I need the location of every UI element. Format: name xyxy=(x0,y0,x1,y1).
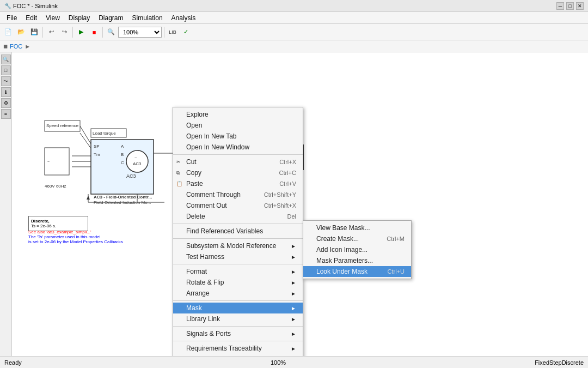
menu-simulation[interactable]: Simulation xyxy=(128,13,167,23)
toolbar: 📄 📂 💾 ↩ ↪ ▶ ■ 🔍 100% 75% 150% LIB ✓ xyxy=(0,24,588,40)
run-button[interactable]: ▶ xyxy=(75,26,87,38)
zoom-dropdown[interactable]: 100% 75% 150% xyxy=(118,27,162,38)
ctx-rotate[interactable]: Rotate & Flip ► xyxy=(173,277,303,288)
discrete-title: Discrete, xyxy=(31,219,85,224)
sidebar-settings-icon[interactable]: ⚙ xyxy=(1,98,11,108)
toolbar-sep-1 xyxy=(42,27,43,38)
ctx-find-vars[interactable]: Find Referenced Variables xyxy=(173,226,303,237)
ctx-test-harness-label: Test Harness xyxy=(186,253,224,261)
ctx-delete[interactable]: Delete Del xyxy=(173,211,303,222)
minimize-button[interactable]: ─ xyxy=(556,2,564,10)
main-area: 🔍 □ 〜 ℹ ⚙ ≡ Speed reference Load torque … xyxy=(0,52,588,356)
ctx-test-harness[interactable]: Test Harness ► xyxy=(173,251,303,262)
title-bar: 🔧 FOC * - Simulink ─ □ ✕ xyxy=(0,0,588,12)
submenu-view-base-mask[interactable]: View Base Mask... xyxy=(303,222,411,233)
ctx-comment-out[interactable]: Comment Out Ctrl+Shift+X xyxy=(173,200,303,211)
new-button[interactable]: 📄 xyxy=(2,26,14,38)
see-also-link[interactable]: See also 'ac3_example_simpli...' xyxy=(28,230,123,234)
ctx-open-tab[interactable]: Open In New Tab xyxy=(173,131,303,142)
check-button[interactable]: ✓ xyxy=(180,26,192,38)
ctx-cut-shortcut: Ctrl+X xyxy=(279,159,296,165)
open-button[interactable]: 📂 xyxy=(15,26,27,38)
submenu-create-mask[interactable]: Create Mask... Ctrl+M xyxy=(303,233,411,244)
redo-button[interactable]: ↪ xyxy=(58,26,70,38)
submenu-create-mask-label: Create Mask... xyxy=(316,235,359,243)
canvas-area[interactable]: Speed reference Load torque SP Tm A B C … xyxy=(12,52,588,356)
sidebar-list-icon[interactable]: ≡ xyxy=(1,109,11,119)
submenu-mask-params[interactable]: Mask Parameters... xyxy=(303,255,411,266)
breadcrumb-foc[interactable]: FOC xyxy=(10,43,22,50)
ctx-format[interactable]: Format ► xyxy=(173,266,303,277)
ctx-requirements-arrow: ► xyxy=(291,346,296,352)
ctx-signals-ports[interactable]: Signals & Ports ► xyxy=(173,328,303,339)
maximize-button[interactable]: □ xyxy=(566,2,574,10)
status-mode: FixedStepDiscrete xyxy=(535,359,584,366)
ctx-test-harness-arrow: ► xyxy=(291,254,296,260)
ctx-open[interactable]: Open xyxy=(173,120,303,131)
svg-text:AC3: AC3 xyxy=(126,173,136,179)
ctx-open-tab-label: Open In New Tab xyxy=(186,132,237,140)
sidebar-search-icon[interactable]: 🔍 xyxy=(1,55,11,64)
ctx-rotate-label: Rotate & Flip xyxy=(186,279,224,286)
ctx-paste[interactable]: 📋 Paste Ctrl+V xyxy=(173,178,303,189)
ctx-mask-arrow: ► xyxy=(291,305,296,311)
ctx-cut-label: Cut xyxy=(186,158,197,166)
ctx-sep-2 xyxy=(173,224,303,224)
ctx-explore-label: Explore xyxy=(186,111,209,118)
menu-diagram[interactable]: Diagram xyxy=(94,13,127,23)
submenu-look-under-mask-shortcut: Ctrl+U xyxy=(388,268,405,275)
submenu-look-under-mask[interactable]: Look Under Mask Ctrl+U xyxy=(303,266,411,277)
ctx-sep-3 xyxy=(173,238,303,239)
menu-analysis[interactable]: Analysis xyxy=(167,13,200,23)
zoom-in-button[interactable]: 🔍 xyxy=(105,26,117,38)
ctx-delete-shortcut: Del xyxy=(287,213,296,220)
close-button[interactable]: ✕ xyxy=(576,2,584,10)
ctx-sep-6 xyxy=(173,326,303,327)
discrete-box: Discrete, Ts = 2e-06 s. xyxy=(28,216,88,231)
svg-text:~: ~ xyxy=(134,155,137,160)
ctx-explore[interactable]: Explore xyxy=(173,109,303,120)
undo-button[interactable]: ↩ xyxy=(45,26,57,38)
ctx-comment-through[interactable]: Comment Through Ctrl+Shift+Y xyxy=(173,189,303,200)
menu-file[interactable]: File xyxy=(2,13,21,23)
ctx-subsystem-label: Subsystem & Model Reference xyxy=(186,242,276,250)
ctx-mask[interactable]: Mask ► xyxy=(173,303,303,313)
ctx-comment-through-shortcut: Ctrl+Shift+Y xyxy=(264,191,296,198)
ctx-library-link-label: Library Link xyxy=(186,315,220,323)
window-controls[interactable]: ─ □ ✕ xyxy=(556,2,584,10)
menu-edit[interactable]: Edit xyxy=(21,13,41,23)
discrete-ts: Ts = 2e-06 s. xyxy=(31,224,85,228)
ctx-arrange-label: Arrange xyxy=(186,289,210,297)
note-line2: is set to 2e-06 by the Model Properties … xyxy=(28,239,123,244)
ctx-subsystem[interactable]: Subsystem & Model Reference ► xyxy=(173,240,303,251)
ctx-signals-ports-label: Signals & Ports xyxy=(186,330,231,337)
ctx-arrange[interactable]: Arrange ► xyxy=(173,288,303,299)
ctx-delete-label: Delete xyxy=(186,213,205,220)
sidebar-block-icon[interactable]: □ xyxy=(1,65,11,75)
toolbar-sep-3 xyxy=(102,27,103,38)
save-button[interactable]: 💾 xyxy=(28,26,40,38)
toolbar-sep-2 xyxy=(72,27,73,38)
stop-button[interactable]: ■ xyxy=(88,26,100,38)
svg-text:SP: SP xyxy=(94,144,100,149)
svg-text:460V 60Hz: 460V 60Hz xyxy=(45,184,66,189)
ctx-linear-analysis[interactable]: Linear Analysis xyxy=(173,354,303,356)
library-button[interactable]: LIB xyxy=(167,26,179,38)
ctx-copy[interactable]: ⧉ Copy Ctrl+C xyxy=(173,167,303,178)
sidebar-signal-icon[interactable]: 〜 xyxy=(1,76,11,86)
copy-icon: ⧉ xyxy=(176,170,180,176)
status-ready: Ready xyxy=(4,359,22,366)
menu-display[interactable]: Display xyxy=(64,13,94,23)
submenu-add-icon[interactable]: Add Icon Image... xyxy=(303,244,411,255)
status-bar: Ready 100% FixedStepDiscrete xyxy=(0,356,588,368)
ctx-library-link[interactable]: Library Link ► xyxy=(173,313,303,324)
toolbar-sep-4 xyxy=(164,27,164,38)
menu-view[interactable]: View xyxy=(41,13,64,23)
sidebar-info-icon[interactable]: ℹ xyxy=(1,87,11,97)
ctx-cut[interactable]: ✂ Cut Ctrl+X xyxy=(173,156,303,167)
ctx-signals-ports-arrow: ► xyxy=(291,331,296,337)
ctx-requirements[interactable]: Requirements Traceability ► xyxy=(173,343,303,354)
submenu-look-under-mask-label: Look Under Mask xyxy=(316,268,367,275)
ctx-open-window[interactable]: Open In New Window xyxy=(173,142,303,153)
ctx-format-label: Format xyxy=(186,268,207,275)
